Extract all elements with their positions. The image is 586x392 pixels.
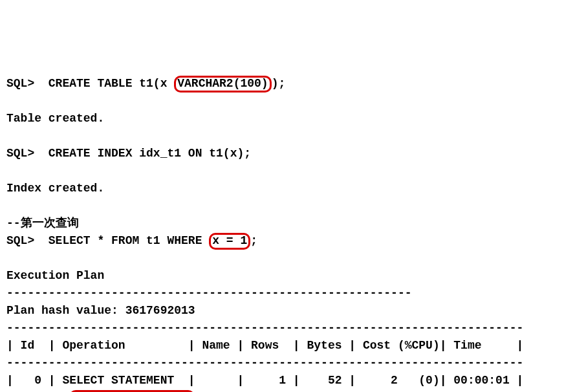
sql-create-index: SQL> CREATE INDEX idx_t1 ON t1(x);	[6, 147, 251, 160]
plan-hash-value: Plan hash value: 3617692013	[6, 304, 195, 317]
plan-sep-top: ----------------------------------------…	[6, 321, 523, 334]
table-created-msg: Table created.	[6, 112, 104, 125]
plan-dash-1: ----------------------------------------…	[6, 287, 412, 299]
where-clause-highlight: x = 1	[212, 235, 247, 248]
plan-sep-mid: ----------------------------------------…	[6, 356, 523, 369]
comment-first-query: --第一次查询	[6, 217, 79, 230]
plan-row-0: | 0 | SELECT STATEMENT | | 1 | 52 | 2 (0…	[6, 374, 523, 387]
sql-select-suffix: ;	[250, 234, 257, 247]
sql-select-prefix: SQL> SELECT * FROM t1 WHERE	[6, 234, 209, 247]
sql-create-table-prefix: SQL> CREATE TABLE t1(x	[6, 77, 174, 90]
plan-columns-header: | Id | Operation | Name | Rows | Bytes |…	[6, 339, 523, 352]
execution-plan-header: Execution Plan	[6, 269, 104, 282]
varchar-highlight: VARCHAR2(100)	[177, 78, 268, 91]
index-created-msg: Index created.	[6, 182, 104, 195]
sql-create-table-suffix: );	[272, 77, 286, 90]
